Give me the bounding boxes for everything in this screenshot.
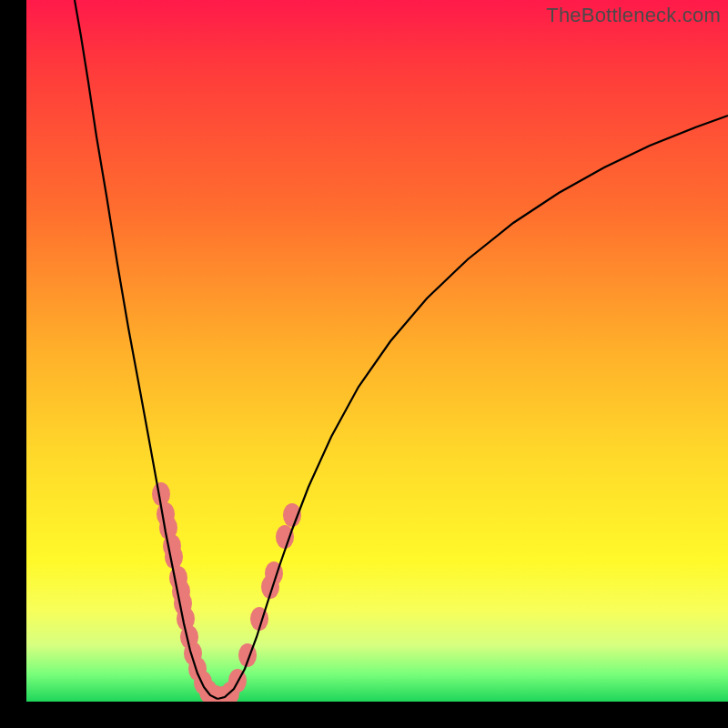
scatter-dots [152, 482, 301, 710]
watermark-text: TheBottleneck.com [546, 4, 721, 27]
left-border [0, 0, 26, 728]
curve-right [217, 116, 728, 699]
curve-left [75, 0, 217, 699]
scatter-dot [165, 545, 183, 569]
scatter-dot [276, 525, 294, 549]
bottom-border [0, 702, 728, 728]
plot-svg [26, 0, 728, 702]
